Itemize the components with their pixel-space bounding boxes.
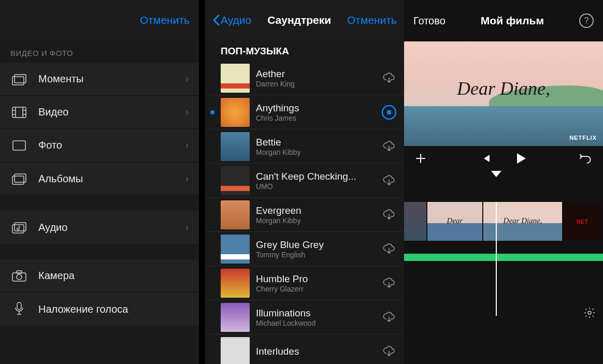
track-artist: UMO — [256, 182, 381, 191]
photo-icon — [10, 137, 28, 154]
done-button[interactable]: Готово — [413, 15, 446, 27]
download-button[interactable] — [381, 241, 397, 257]
video-preview[interactable]: Dear Diane, NETFLIX — [404, 41, 603, 146]
track-row[interactable]: Humble Pro Cherry Glazerr — [205, 266, 404, 300]
track-row[interactable]: Interludes — [205, 334, 404, 364]
cloud-download-icon — [382, 312, 396, 323]
topbar: Отменить — [0, 0, 199, 40]
back-button[interactable]: Аудио — [212, 14, 251, 26]
track-row[interactable]: Illuminations Michael Lockwood — [205, 300, 404, 334]
album-art — [221, 132, 250, 161]
menu-item-photo[interactable]: Фото › — [0, 129, 199, 162]
play-button[interactable] — [514, 151, 528, 166]
download-button[interactable] — [381, 310, 397, 325]
track-info: Anythings Chris James — [256, 103, 381, 122]
menu-label: Камера — [38, 270, 189, 282]
menu-label: Наложение голоса — [38, 303, 189, 315]
add-button[interactable] — [413, 151, 428, 166]
track-info: Illuminations Michael Lockwood — [256, 308, 381, 327]
timeline[interactable]: DearDear Diane,NET — [404, 171, 603, 326]
track-row[interactable]: Aether Darren King — [205, 61, 404, 95]
menu-label: Альбомы — [38, 173, 185, 185]
albums-icon — [10, 170, 28, 187]
timeline-clip[interactable] — [404, 202, 427, 241]
chevron-right-icon: › — [185, 107, 189, 118]
download-button[interactable] — [381, 173, 397, 188]
album-art — [221, 303, 250, 332]
brand-badge: NETFLIX — [569, 135, 597, 141]
track-artist: Michael Lockwood — [256, 319, 381, 327]
track-row[interactable]: Anythings Chris James — [205, 95, 404, 129]
download-button[interactable] — [381, 139, 397, 154]
track-title: Grey Blue Grey — [256, 239, 381, 251]
album-art — [221, 337, 250, 365]
film-icon — [10, 104, 28, 121]
svg-rect-16 — [17, 271, 22, 273]
now-playing-dot — [210, 110, 214, 114]
settings-button[interactable] — [583, 307, 596, 319]
camera-icon — [10, 267, 28, 285]
menu-item-camera[interactable]: Камера — [0, 259, 199, 293]
video-track[interactable]: DearDear Diane,NET — [404, 202, 603, 241]
audio-track[interactable] — [404, 254, 603, 261]
menu-item-film[interactable]: Видео › — [0, 96, 199, 129]
clip-text: Dear Diane, — [504, 216, 542, 225]
track-row[interactable]: Evergreen Morgan Kibby — [205, 198, 404, 232]
playback-bar — [404, 146, 603, 171]
menu-item-mic[interactable]: Наложение голоса — [0, 293, 199, 326]
chevron-right-icon: › — [185, 74, 189, 84]
project-title: Мой фильм — [481, 14, 544, 27]
album-art — [221, 200, 250, 229]
prev-button[interactable] — [479, 151, 493, 166]
cancel-button[interactable]: Отменить — [140, 14, 190, 26]
track-title: Illuminations — [256, 308, 381, 319]
topbar: Готово Мой фильм ? — [404, 0, 603, 41]
track-title: Aether — [256, 68, 381, 80]
plus-icon — [414, 152, 427, 165]
menu-item-stack[interactable]: Моменты › — [0, 63, 199, 96]
help-button[interactable]: ? — [579, 13, 594, 28]
section-header: ВИДЕО И ФОТО — [0, 40, 199, 63]
track-title: Bettie — [256, 137, 381, 148]
mic-icon — [10, 300, 28, 318]
soundtracks-panel: Аудио Саундтреки Отменить ПОП-МУЗЫКА Aet… — [205, 0, 404, 364]
playhead-marker[interactable] — [491, 171, 501, 177]
menu-item-music-stack[interactable]: Аудио › — [0, 211, 199, 244]
timeline-clip[interactable]: Dear — [427, 202, 484, 241]
svg-rect-2 — [12, 107, 26, 118]
menu-label: Моменты — [38, 73, 185, 85]
album-art — [221, 64, 250, 93]
chevron-right-icon: › — [185, 140, 189, 151]
undo-button[interactable] — [579, 151, 594, 166]
album-art — [221, 269, 250, 298]
track-row[interactable]: Bettie Morgan Kibby — [205, 129, 404, 164]
stack-icon — [10, 70, 28, 88]
editor-panel: Готово Мой фильм ? Dear Diane, NETFLIX D… — [404, 0, 603, 364]
svg-rect-9 — [13, 141, 25, 150]
download-button[interactable] — [381, 275, 397, 291]
menu-group: Моменты › Видео › Фото › Альбомы › — [0, 63, 199, 195]
track-title: Anythings — [256, 103, 381, 114]
download-button[interactable] — [381, 207, 397, 223]
cloud-download-icon — [382, 346, 396, 357]
track-artist: Tommy English — [256, 251, 381, 259]
download-button[interactable] — [381, 70, 397, 86]
cloud-download-icon — [382, 72, 396, 84]
track-row[interactable]: Can't Keep Checking... UMO — [205, 164, 404, 198]
stop-button[interactable] — [381, 105, 397, 120]
download-button[interactable] — [381, 344, 397, 359]
track-info: Humble Pro Cherry Glazerr — [256, 273, 381, 293]
track-info: Grey Blue Grey Tommy English — [256, 239, 381, 259]
menu-item-albums[interactable]: Альбомы › — [0, 162, 199, 195]
timeline-clip[interactable]: NET — [563, 202, 603, 241]
cloud-download-icon — [382, 175, 396, 186]
cancel-button[interactable]: Отменить — [347, 14, 397, 26]
track-info: Interludes — [256, 346, 381, 357]
undo-icon — [580, 153, 593, 164]
track-title: Humble Pro — [256, 273, 381, 285]
cloud-download-icon — [382, 141, 396, 152]
track-row[interactable]: Grey Blue Grey Tommy English — [205, 232, 404, 266]
stop-icon — [381, 105, 397, 120]
track-title: Evergreen — [256, 205, 381, 216]
svg-point-20 — [588, 311, 591, 314]
